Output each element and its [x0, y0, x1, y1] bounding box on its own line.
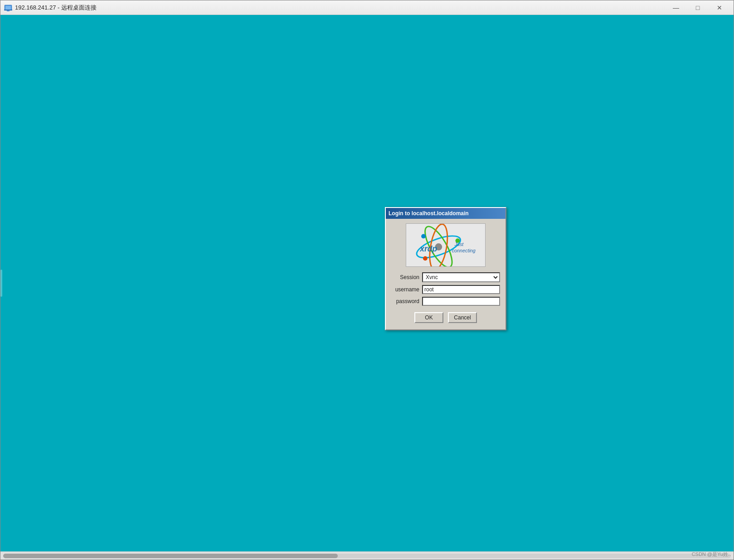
dialog-buttons: OK Cancel — [391, 312, 500, 323]
session-select[interactable]: Xvnc X11rdp console — [422, 272, 500, 282]
svg-text:connecting: connecting — [452, 248, 476, 253]
svg-rect-3 — [7, 10, 10, 11]
session-row: Session Xvnc X11rdp console — [391, 272, 500, 282]
dialog-overlay: Login to localhost.localdomain — [0, 15, 734, 551]
username-label: username — [391, 286, 422, 293]
cancel-button[interactable]: Cancel — [448, 312, 477, 323]
svg-rect-2 — [4, 10, 12, 10]
app-icon — [4, 4, 12, 12]
xrdp-login-dialog: Login to localhost.localdomain — [385, 207, 506, 330]
svg-text:xrdp: xrdp — [419, 244, 437, 253]
window-frame: 192.168.241.27 - 远程桌面连接 — □ ✕ Login to l… — [0, 0, 734, 560]
svg-point-11 — [421, 234, 426, 239]
minimize-button[interactable]: — — [666, 1, 686, 14]
scrollbar-track[interactable] — [3, 554, 731, 558]
username-row: username — [391, 285, 500, 294]
watermark-text: CSDN @是Yu姓.. — [692, 551, 731, 558]
title-bar: 192.168.241.27 - 远程桌面连接 — □ ✕ — [0, 0, 734, 15]
bottom-scrollbar[interactable]: CSDN @是Yu姓.. — [0, 551, 734, 560]
svg-text:Just: Just — [454, 241, 464, 247]
rdp-viewport: Login to localhost.localdomain — [0, 15, 734, 551]
dialog-titlebar: Login to localhost.localdomain — [386, 208, 506, 219]
xrdp-logo: xrdp Just connecting — [406, 223, 486, 267]
dialog-title: Login to localhost.localdomain — [389, 210, 469, 217]
svg-point-10 — [423, 256, 428, 261]
window-title: 192.168.241.27 - 远程桌面连接 — [15, 4, 666, 12]
window-controls: — □ ✕ — [666, 1, 730, 14]
dialog-body: xrdp Just connecting Session Xvnc X11rdp… — [386, 219, 506, 329]
password-input[interactable] — [422, 297, 500, 306]
password-row: password — [391, 297, 500, 306]
scrollbar-thumb[interactable] — [3, 554, 338, 558]
close-button[interactable]: ✕ — [709, 1, 730, 14]
svg-rect-1 — [5, 6, 11, 10]
left-scroll-hint — [0, 270, 2, 297]
ok-button[interactable]: OK — [414, 312, 443, 323]
session-label: Session — [391, 274, 422, 280]
username-input[interactable] — [422, 285, 500, 294]
password-label: password — [391, 298, 422, 304]
maximize-button[interactable]: □ — [687, 1, 708, 14]
